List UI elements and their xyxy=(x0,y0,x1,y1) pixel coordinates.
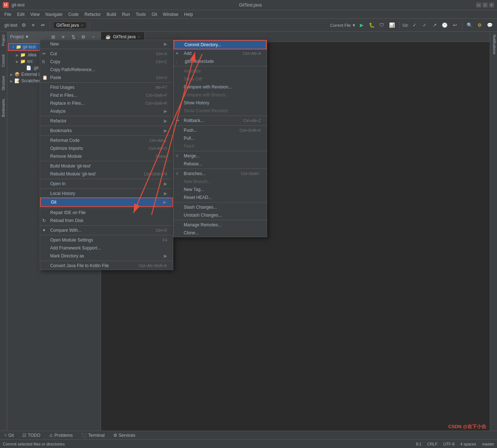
menu-view[interactable]: View xyxy=(27,11,43,18)
cm-rebuild[interactable]: Rebuild Module 'git-test' Ctrl+Shift+F9 xyxy=(40,170,173,178)
toolbar-btn-2[interactable]: ⇌ xyxy=(38,21,47,30)
cm-replace[interactable]: Replace in Files... Ctrl+Shift+R xyxy=(40,99,173,107)
cm-git[interactable]: Git ▶ xyxy=(40,197,173,207)
menu-run[interactable]: Run xyxy=(119,11,133,18)
cm-cut[interactable]: ✂ Cut Ctrl+X xyxy=(40,50,173,58)
git-rollback-btn[interactable]: ↩ xyxy=(450,21,459,30)
project-dropdown[interactable]: Project ▼ xyxy=(10,34,29,39)
menu-edit[interactable]: Edit xyxy=(14,11,27,18)
bottom-tab-problems[interactable]: ⚠ Problems xyxy=(48,433,74,438)
copy-icon: ⎘ xyxy=(42,59,45,64)
editor-tab-toolbar[interactable]: GitTest.java × xyxy=(53,22,87,29)
menu-code[interactable]: Code xyxy=(65,11,82,18)
cm-new[interactable]: New ▶ xyxy=(40,40,173,48)
git-sm-pull[interactable]: Pull... xyxy=(174,134,267,142)
bottom-tab-git[interactable]: ⑂ Git xyxy=(3,433,15,438)
git-sm-rebase[interactable]: Rebase... xyxy=(174,160,267,168)
git-sm-clone[interactable]: Clone... xyxy=(174,229,267,237)
menu-build[interactable]: Build xyxy=(104,11,119,18)
git-sm-pull-label: Pull... xyxy=(184,136,195,141)
commit-label-vertical[interactable]: Commit xyxy=(1,52,6,70)
bookmarks-label-vertical: Bookmarks xyxy=(1,96,6,120)
menu-window[interactable]: Window xyxy=(160,11,181,18)
cm-reformat[interactable]: Reformat Code Ctrl+Alt+L xyxy=(40,136,173,144)
cm-find-usages[interactable]: Find Usages Alt+F7 xyxy=(40,83,173,91)
cm-find-in-files[interactable]: Find in Files... Ctrl+Shift+F xyxy=(40,91,173,99)
bottom-tab-services[interactable]: ⚙ Services xyxy=(112,433,137,438)
git-sm-show-history[interactable]: Show History xyxy=(174,99,267,107)
status-charset[interactable]: UTF-8 xyxy=(443,442,454,446)
run-btn[interactable]: ▶ xyxy=(357,21,366,30)
cm-paste[interactable]: 📋 Paste Ctrl+V xyxy=(40,74,173,82)
cm-analyze[interactable]: Analyze ▶ xyxy=(40,107,173,115)
git-checkmark-btn[interactable]: ✓ xyxy=(410,21,419,30)
cm-bookmarks[interactable]: Bookmarks ▶ xyxy=(40,127,173,135)
cm-refactor[interactable]: Refactor ▶ xyxy=(40,117,173,125)
git-sm-compare-rev[interactable]: Compare with Revision... xyxy=(174,83,267,91)
search-btn[interactable]: 🔍 xyxy=(465,21,474,30)
cm-build[interactable]: Build Module 'git-test' xyxy=(40,162,173,170)
menu-file[interactable]: File xyxy=(1,11,14,18)
git-submenu: Commit Directory... + Add Ctrl+Alt+A . .… xyxy=(173,40,267,237)
debug-btn[interactable]: 🐛 xyxy=(367,21,376,30)
git-sm-unstash[interactable]: Unstash Changes... xyxy=(174,211,267,219)
settings-btn-2[interactable]: ⚙ xyxy=(475,21,484,30)
git-sm-commit[interactable]: Commit Directory... xyxy=(174,40,267,49)
git-sm-branches[interactable]: ⑂ Branches... Ctrl+Shift+` xyxy=(174,170,267,178)
cm-reload[interactable]: ↻ Reload from Disk xyxy=(40,217,173,225)
git-sm-add[interactable]: + Add Ctrl+Alt+A xyxy=(174,49,267,57)
coverage-btn[interactable]: 🛡 xyxy=(378,21,386,30)
menu-help[interactable]: Help xyxy=(181,11,196,18)
cm-repair[interactable]: Repair IDE on File xyxy=(40,209,173,217)
status-indent[interactable]: 4 spaces xyxy=(460,442,476,446)
cm-framework[interactable]: Add Framework Support... xyxy=(40,244,173,252)
tab-close-icon[interactable]: × xyxy=(81,23,83,27)
git-sm-stash[interactable]: Stash Changes... xyxy=(174,203,267,211)
menu-navigate[interactable]: Navigate xyxy=(43,11,65,18)
git-sm-reset-head[interactable]: Reset HEAD... xyxy=(174,193,267,201)
git-sm-unstash-label: Unstash Changes... xyxy=(184,213,222,218)
cm-open-in[interactable]: Open In ▶ xyxy=(40,180,173,188)
status-branch[interactable]: master xyxy=(482,442,494,446)
status-message: Commit selected files or directories xyxy=(3,442,65,446)
git-sm-manage-remotes[interactable]: Manage Remotes... xyxy=(174,221,267,229)
toolbar-settings-btn[interactable]: ⚙ xyxy=(19,21,28,30)
git-checkmark2-btn[interactable]: ✓ xyxy=(420,21,429,30)
maximize-button[interactable]: □ xyxy=(483,3,488,8)
git-history-btn[interactable]: 🕐 xyxy=(440,21,449,30)
close-button[interactable]: × xyxy=(489,3,494,8)
git-sm-exclude[interactable]: . .git/info/exclude xyxy=(174,57,267,65)
cm-local-history[interactable]: Local History ▶ xyxy=(40,190,173,197)
minimize-button[interactable]: — xyxy=(476,3,481,8)
menu-refactor[interactable]: Refactor xyxy=(82,11,104,18)
cm-remove-module[interactable]: Remove Module Delete xyxy=(40,152,173,160)
git-push-btn[interactable]: ↗ xyxy=(430,21,439,30)
bottom-tab-todo[interactable]: ☑ TODO xyxy=(21,433,42,438)
tab-gittest-close[interactable]: × xyxy=(138,35,140,39)
cm-module-settings[interactable]: Open Module Settings F4 xyxy=(40,236,173,244)
profile-btn[interactable]: 📊 xyxy=(388,21,396,30)
watermark-text: CSDN @在下小击 xyxy=(448,424,486,429)
notifications-btn[interactable]: 💬 xyxy=(485,21,494,30)
notifications-label[interactable]: Notifications xyxy=(490,32,497,57)
status-position[interactable]: 8:1 xyxy=(416,442,421,446)
bottom-tab-terminal[interactable]: ⬛ Terminal xyxy=(80,433,106,438)
git-sm-push[interactable]: Push... Ctrl+Shift+K xyxy=(174,126,267,134)
cm-reformat-shortcut: Ctrl+Alt+L xyxy=(141,138,167,143)
git-sm-new-tag[interactable]: New Tag... xyxy=(174,186,267,193)
cm-mark-dir[interactable]: Mark Directory as ▶ xyxy=(40,252,173,260)
project-label-vertical[interactable]: Project xyxy=(1,32,6,49)
cm-compare[interactable]: ✦ Compare With... Ctrl+D xyxy=(40,226,173,234)
menu-tools[interactable]: Tools xyxy=(133,11,149,18)
cm-optimize[interactable]: Optimize Imports Ctrl+Alt+O xyxy=(40,144,173,152)
cm-copy[interactable]: ⎘ Copy Ctrl+C xyxy=(40,58,173,66)
terminal-icon: ⬛ xyxy=(81,433,87,438)
cm-convert-kotlin[interactable]: Convert Java File to Kotlin File Ctrl+Al… xyxy=(40,262,173,270)
git-sm-merge[interactable]: ⑂ Merge... xyxy=(174,152,267,160)
cm-replace-shortcut: Ctrl+Shift+R xyxy=(137,101,167,105)
status-crlf[interactable]: CRLF xyxy=(427,442,437,446)
menu-git[interactable]: Git xyxy=(149,11,160,18)
toolbar-btn-1[interactable]: ≡ xyxy=(29,21,38,30)
git-sm-rollback[interactable]: ↩ Rollback... Ctrl+Alt+Z xyxy=(174,117,267,125)
cm-copy-path[interactable]: Copy Path/Reference... xyxy=(40,66,173,74)
